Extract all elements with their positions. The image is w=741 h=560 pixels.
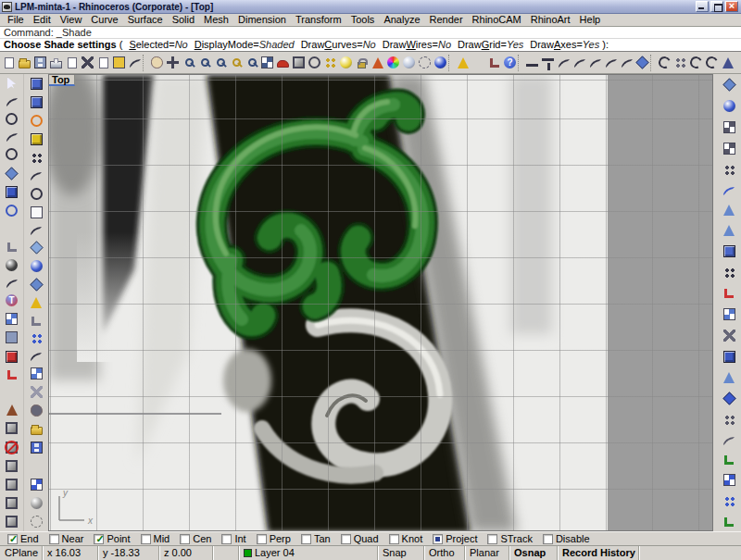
extract-points-tool[interactable] bbox=[718, 409, 740, 430]
osnap-end[interactable]: End bbox=[7, 533, 39, 544]
deform-box-tool[interactable] bbox=[25, 130, 47, 148]
arc-tool[interactable] bbox=[1, 129, 23, 145]
text-tool[interactable]: T bbox=[1, 291, 23, 309]
command-option[interactable]: Selected=No bbox=[129, 39, 187, 50]
cplane-widget-button[interactable] bbox=[486, 54, 502, 72]
array-polar-tool[interactable] bbox=[718, 491, 740, 512]
osnap-checkbox[interactable] bbox=[487, 534, 497, 544]
osnap-checkbox[interactable] bbox=[141, 534, 151, 544]
command-option[interactable]: DrawGrid=Yes bbox=[458, 39, 523, 50]
menu-edit[interactable]: Edit bbox=[29, 14, 56, 26]
osnap-strack[interactable]: STrack bbox=[487, 533, 532, 544]
ellipse-tool[interactable] bbox=[1, 145, 23, 164]
pipe-tool[interactable] bbox=[718, 180, 740, 200]
measure-angle-button[interactable] bbox=[540, 54, 556, 72]
viewport-title-label[interactable]: Top bbox=[49, 74, 75, 86]
sweep-tool[interactable] bbox=[718, 430, 740, 450]
menu-surface[interactable]: Surface bbox=[123, 14, 168, 26]
hammer-tool[interactable] bbox=[1, 402, 23, 419]
arc-cp-tool[interactable] bbox=[25, 221, 47, 238]
solid-tools[interactable] bbox=[718, 346, 740, 367]
gumball-tool[interactable] bbox=[718, 283, 740, 303]
options-button[interactable] bbox=[471, 54, 486, 72]
minimize-button[interactable] bbox=[696, 1, 709, 12]
rebuild-curve-button[interactable] bbox=[619, 54, 634, 72]
image-disable-tool[interactable] bbox=[1, 438, 23, 456]
cylinder-tool[interactable] bbox=[1, 201, 23, 219]
explode-tool[interactable] bbox=[25, 294, 47, 312]
rotate-3d-tool[interactable] bbox=[718, 450, 740, 469]
zoom-selected-button[interactable] bbox=[228, 54, 244, 72]
ellipse-cp-tool[interactable] bbox=[25, 184, 47, 203]
zoom-dynamic-button[interactable] bbox=[196, 54, 212, 72]
command-option[interactable]: DrawCurves=No bbox=[301, 39, 376, 50]
menu-mesh[interactable]: Mesh bbox=[199, 14, 233, 26]
command-option[interactable]: DrawWires=No bbox=[383, 39, 451, 50]
osnap-checkbox[interactable] bbox=[341, 534, 351, 544]
render-preview-button[interactable] bbox=[370, 54, 385, 72]
command-prompt-line[interactable]: Choose Shade settings (Selected=NoDispla… bbox=[0, 39, 741, 51]
set-cplane-button[interactable] bbox=[307, 54, 322, 72]
osnap-perp[interactable]: Perp bbox=[257, 533, 291, 544]
measure-distance-button[interactable] bbox=[524, 54, 540, 72]
menu-solid[interactable]: Solid bbox=[168, 14, 199, 26]
toolbar-separator[interactable] bbox=[448, 55, 455, 71]
render-options-button[interactable] bbox=[291, 54, 307, 72]
cut-button[interactable] bbox=[80, 54, 95, 72]
command-option[interactable]: DisplayMode=Shaded bbox=[195, 39, 295, 50]
analyze-eye-tool[interactable] bbox=[718, 95, 740, 117]
viewport-tiles-tool[interactable] bbox=[718, 138, 740, 159]
patch-corners-tool[interactable] bbox=[718, 220, 740, 241]
snap-pane[interactable]: Snap bbox=[378, 546, 424, 560]
surface-from-curves-button[interactable] bbox=[634, 54, 650, 72]
coord-y-pane[interactable]: y -18.33 bbox=[98, 546, 159, 560]
viewport-layout-button[interactable] bbox=[259, 54, 275, 72]
zoom-in-button[interactable] bbox=[181, 54, 196, 72]
new-file-button[interactable] bbox=[1, 54, 17, 72]
hatch-right-tool[interactable] bbox=[718, 325, 740, 346]
osnap-checkbox[interactable] bbox=[7, 534, 18, 544]
image-frame-tool[interactable] bbox=[1, 419, 23, 438]
block-tool[interactable] bbox=[1, 310, 23, 329]
menu-help[interactable]: Help bbox=[575, 14, 606, 26]
array-tool[interactable] bbox=[25, 365, 47, 383]
mesh-tools[interactable] bbox=[718, 117, 740, 138]
export-button[interactable] bbox=[64, 54, 80, 72]
freehand-button[interactable] bbox=[720, 54, 735, 72]
close-button[interactable] bbox=[725, 1, 738, 12]
save-file-button[interactable] bbox=[32, 54, 48, 72]
osnap-tan[interactable]: Tan bbox=[301, 533, 331, 544]
toolbar-separator[interactable] bbox=[143, 55, 149, 71]
zoom-extents-button[interactable] bbox=[244, 54, 259, 72]
wave-surface-tool[interactable] bbox=[25, 238, 47, 256]
menu-tools[interactable]: Tools bbox=[346, 14, 380, 26]
osnap-pane[interactable]: Osnap bbox=[509, 546, 558, 560]
sketch-button[interactable] bbox=[672, 54, 688, 72]
box-tool[interactable] bbox=[1, 182, 23, 201]
edit-points-tool[interactable] bbox=[25, 74, 47, 93]
top-viewport[interactable]: y x Top bbox=[48, 74, 713, 531]
restore-button[interactable] bbox=[710, 1, 723, 12]
command-area[interactable]: Command: _Shade Choose Shade settings (S… bbox=[0, 27, 741, 52]
open-template-tool[interactable] bbox=[25, 420, 47, 438]
osnap-project[interactable]: Project bbox=[433, 533, 477, 544]
curve-handle-tool[interactable] bbox=[25, 347, 47, 364]
image-crop-tool[interactable] bbox=[1, 475, 23, 493]
osnap-checkbox[interactable] bbox=[180, 534, 190, 544]
lock-button[interactable] bbox=[354, 54, 370, 72]
osnap-checkbox[interactable] bbox=[389, 534, 399, 544]
spacer-pane[interactable] bbox=[213, 546, 239, 560]
curl-right-button[interactable] bbox=[704, 54, 720, 72]
copy-button[interactable] bbox=[95, 54, 111, 72]
rectangle-tool[interactable] bbox=[25, 203, 47, 221]
select-surface-tool[interactable] bbox=[25, 276, 47, 294]
gear-pair-tool[interactable] bbox=[1, 382, 23, 401]
spheres-tool[interactable] bbox=[25, 257, 47, 276]
point-tool[interactable] bbox=[25, 149, 47, 168]
connect-points-tool[interactable] bbox=[718, 262, 740, 283]
osnap-checkbox[interactable] bbox=[221, 534, 232, 544]
blend-tool[interactable] bbox=[1, 274, 23, 291]
surface-patch-tool[interactable] bbox=[1, 164, 23, 182]
render-button[interactable] bbox=[275, 54, 291, 72]
handlebar-tool[interactable] bbox=[25, 168, 47, 184]
